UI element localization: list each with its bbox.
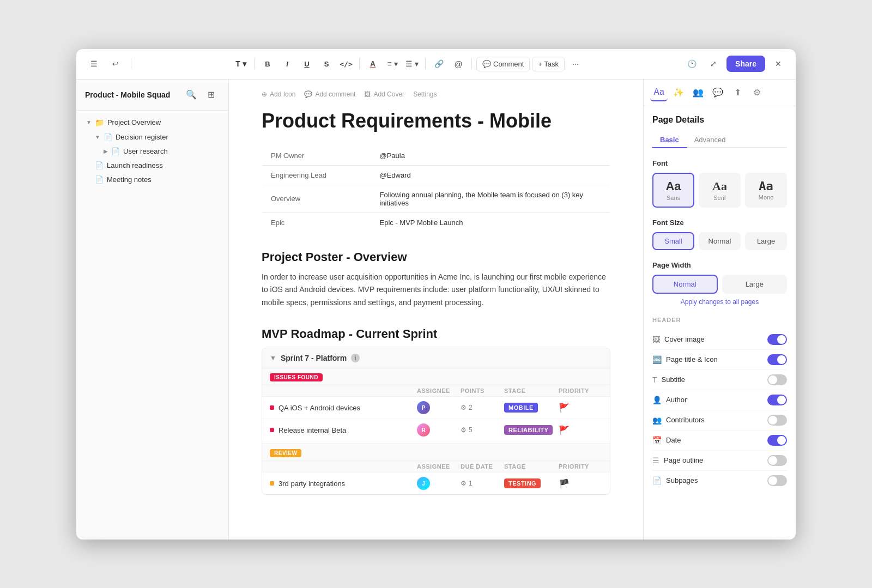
font-aa-label: Aa: [712, 179, 727, 193]
comment-button[interactable]: 💬 Comment: [476, 57, 530, 71]
points-icon: ⚙: [461, 426, 467, 434]
col-due-date: DUE DATE: [461, 463, 504, 470]
font-option-sans[interactable]: Aa Sans: [652, 173, 694, 208]
toolbar-right: 🕐 ⤢ Share ✕: [683, 55, 787, 72]
row-label: QA iOS + Android devices: [278, 404, 360, 412]
code-button[interactable]: </>: [337, 55, 355, 72]
tab-advanced[interactable]: Advanced: [687, 132, 734, 148]
mention-button[interactable]: @: [450, 55, 467, 72]
toggle-label-left: 📄 Subpages: [652, 476, 698, 485]
add-comment-button[interactable]: 💬 Add comment: [304, 90, 355, 98]
undo-icon[interactable]: ↩: [107, 55, 124, 72]
page-width-title: Page Width: [652, 261, 787, 269]
nav-item-label: Project Overview: [107, 118, 161, 126]
share-button[interactable]: Share: [726, 56, 765, 72]
close-icon[interactable]: ✕: [770, 55, 787, 72]
add-cover-button[interactable]: 🖼 Add Cover: [364, 90, 404, 98]
tab-export-icon[interactable]: ⬆: [729, 84, 746, 101]
toggle-contributors[interactable]: [767, 415, 787, 426]
history-icon[interactable]: 🕐: [683, 55, 700, 72]
size-option-small[interactable]: Small: [652, 232, 694, 250]
text-type-button[interactable]: T ▾: [232, 55, 250, 72]
nav-item-label: User research: [123, 147, 168, 155]
task-button[interactable]: + Task: [532, 57, 565, 71]
table-row: Release internal Beta R ⚙ 5 RELIABILITY …: [262, 419, 610, 441]
toggle-subpages[interactable]: [767, 475, 787, 486]
link-button[interactable]: 🔗: [430, 55, 447, 72]
width-option-normal[interactable]: Normal: [652, 275, 718, 294]
font-color-button[interactable]: A: [364, 55, 382, 72]
font-option-mono[interactable]: Aa Mono: [745, 173, 787, 208]
tab-typography-icon[interactable]: Aa: [650, 84, 668, 101]
strikethrough-button[interactable]: S: [318, 55, 335, 72]
col-assignee: ASSIGNEE: [417, 463, 461, 470]
avatar: J: [417, 477, 430, 490]
sidebar-header: Product - Mobile Squad 🔍 ⊞: [76, 80, 228, 111]
row-assignee: P: [417, 401, 461, 414]
bold-button[interactable]: B: [259, 55, 276, 72]
toggle-label: Contributors: [666, 416, 705, 424]
header-section-title: HEADER: [652, 317, 787, 323]
tab-basic[interactable]: Basic: [652, 132, 687, 148]
table-cell-key: Engineering Lead: [262, 165, 371, 185]
toggle-date[interactable]: [767, 435, 787, 446]
issues-found-badge: ISSUES FOUND: [270, 373, 323, 381]
tab-people-icon[interactable]: 👥: [689, 84, 707, 101]
toolbar: ☰ ↩ T ▾ B I U S </> A ≡ ▾ ☰ ▾ 🔗 @ 💬 Comm…: [76, 49, 796, 80]
width-option-large[interactable]: Large: [722, 275, 788, 294]
settings-button[interactable]: Settings: [413, 90, 437, 98]
points-value: 5: [469, 426, 473, 434]
toggle-page-outline[interactable]: [767, 455, 787, 466]
toggle-row-date: 📅 Date: [652, 431, 787, 451]
toggle-author[interactable]: [767, 395, 787, 405]
comment-label: Comment: [493, 60, 524, 68]
list-button[interactable]: ☰ ▾: [403, 55, 421, 72]
toggle-cover-image[interactable]: [767, 334, 787, 345]
outline-icon: ☰: [652, 456, 659, 465]
menu-icon[interactable]: ☰: [85, 55, 102, 72]
align-button[interactable]: ≡ ▾: [384, 55, 401, 72]
italic-button[interactable]: I: [278, 55, 296, 72]
size-option-normal[interactable]: Normal: [699, 232, 741, 250]
layout-icon[interactable]: ⊞: [202, 86, 220, 104]
sidebar-item-decision-register[interactable]: ▼ 📄 Decision register: [80, 130, 225, 144]
underline-button[interactable]: U: [298, 55, 316, 72]
row-points: ⚙ 2: [461, 404, 504, 411]
sidebar-item-project-overview[interactable]: ▼ 📁 Project Overview: [80, 116, 225, 130]
row-priority: 🏴: [559, 478, 602, 489]
row-dot-orange: [270, 481, 274, 486]
toggle-label: Subpages: [666, 476, 698, 484]
section1-title: Project Poster - Overview: [262, 250, 610, 264]
toolbar-center: T ▾ B I U S </> A ≡ ▾ ☰ ▾ 🔗 @ 💬 Comment …: [138, 55, 679, 72]
table-row: QA iOS + Android devices P ⚙ 2 MOBILE 🚩: [262, 397, 610, 419]
tab-emoji-icon[interactable]: ✨: [670, 84, 687, 101]
sidebar-item-user-research[interactable]: ▶ 📄 User research: [80, 144, 225, 158]
toggle-label: Page outline: [664, 456, 703, 464]
more-button[interactable]: ···: [567, 55, 584, 72]
row-priority: 🚩: [559, 425, 602, 435]
sprint-columns: ASSIGNEE POINTS STAGE PRIORITY: [262, 385, 610, 397]
size-option-large[interactable]: Large: [745, 232, 787, 250]
subtitle-icon: T: [652, 375, 657, 384]
sidebar-item-meeting-notes[interactable]: 📄 Meeting notes: [80, 173, 225, 186]
chevron-down-icon: ▼: [95, 134, 100, 140]
row-label: 3rd party integrations: [278, 480, 345, 488]
search-icon[interactable]: 🔍: [183, 86, 200, 104]
toggle-subtitle[interactable]: [767, 374, 787, 385]
divider-3: [359, 58, 360, 69]
tab-search-icon[interactable]: 💬: [709, 84, 726, 101]
doc-icon: 📄: [95, 175, 104, 184]
row-stage: RELIABILITY: [504, 425, 559, 435]
expand-icon[interactable]: ⤢: [705, 55, 722, 72]
font-option-serif[interactable]: Aa Serif: [699, 173, 741, 208]
section1-text: In order to increase user acquisition op…: [262, 271, 610, 310]
points-icon: ⚙: [461, 404, 467, 411]
apply-changes-link[interactable]: Apply changes to all pages: [652, 298, 787, 306]
tab-settings-icon[interactable]: ⚙: [748, 84, 766, 101]
sidebar-item-launch-readiness[interactable]: 📄 Launch readiness: [80, 159, 225, 172]
toggle-label-left: 🔤 Page title & Icon: [652, 355, 718, 364]
add-icon-button[interactable]: ⊕ Add Icon: [262, 90, 295, 98]
toggle-label-left: T Subtitle: [652, 375, 685, 384]
toggle-page-title[interactable]: [767, 354, 787, 365]
main-body: Product - Mobile Squad 🔍 ⊞ ▼ 📁 Project O…: [76, 80, 796, 539]
